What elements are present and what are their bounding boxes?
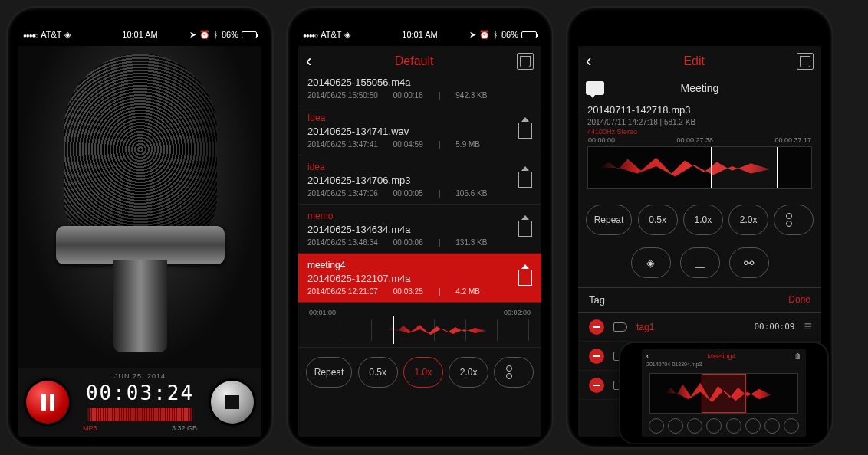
row-duration: 00:03:25 (393, 287, 423, 296)
detail-audiometa: 44100Hz Stereo (587, 128, 812, 136)
back-button[interactable]: ‹ (586, 51, 591, 71)
mini-control[interactable] (706, 418, 722, 434)
mini-selection[interactable] (702, 374, 746, 413)
scissors-icon (506, 365, 521, 379)
mini-control[interactable] (668, 418, 683, 434)
delete-tag-button[interactable] (589, 349, 604, 364)
group-label: Meeting (681, 82, 719, 94)
tag-row[interactable]: tag1 00:00:09 ≡ (578, 313, 821, 342)
waveform-selection[interactable] (711, 147, 778, 188)
wifi-icon: ◈ (344, 30, 350, 40)
phone-record-screen: AT&T ◈ 10:01 AM ➤ ⏰ ᚼ 86% JUN 25, 2014 (8, 8, 272, 447)
carrier-label: AT&T (41, 30, 61, 39)
scissors-icon (786, 213, 801, 227)
row-date: 2014/06/25 13:47:06 (307, 189, 378, 198)
record-date-label: JUN 25, 2014 (77, 372, 203, 380)
link-icon (744, 256, 754, 270)
mini-waveform[interactable] (649, 373, 798, 414)
wave-time-start: 00:00:00 (588, 136, 615, 144)
recording-row[interactable]: Idea 20140625-134741.wav 2014/06/25 13:4… (298, 106, 541, 155)
recording-row[interactable]: 20140625-155056.m4a 2014/06/25 15:50:50 … (298, 77, 541, 106)
back-button[interactable]: ‹ (306, 51, 311, 71)
battery-pct-label: 86% (501, 30, 518, 39)
share-button[interactable] (518, 221, 532, 237)
tag-icon (646, 257, 655, 269)
mini-control[interactable] (726, 418, 741, 434)
pause-button[interactable] (26, 381, 69, 424)
speed-2x-button[interactable]: 2.0x (449, 357, 488, 388)
mini-control[interactable] (784, 418, 799, 434)
row-date: 2014/06/25 15:50:50 (307, 91, 378, 100)
timeline-time-left: 00:01:00 (309, 309, 336, 316)
pause-icon (41, 394, 54, 411)
trash-button[interactable] (797, 53, 814, 70)
row-size: 5.9 MB (455, 140, 480, 149)
signal-icon (303, 30, 317, 39)
drag-handle[interactable]: ≡ (804, 319, 810, 335)
battery-icon (242, 31, 257, 38)
row-size: 942.3 KB (455, 91, 487, 100)
speed-1x-button[interactable]: 1.0x (403, 357, 443, 388)
tag-add-button[interactable] (631, 247, 671, 278)
speed-2x-button[interactable]: 2.0x (728, 205, 768, 235)
speed-0-5x-button[interactable]: 0.5x (358, 357, 398, 388)
trash-button[interactable] (517, 53, 534, 70)
trim-button[interactable] (494, 357, 534, 388)
message-button[interactable] (586, 81, 604, 95)
export-button[interactable] (680, 247, 720, 278)
speed-1x-button[interactable]: 1.0x (683, 205, 723, 235)
tag-section-title: Tag (589, 294, 605, 306)
repeat-button[interactable]: Repeat (306, 357, 353, 388)
signal-icon (23, 30, 38, 39)
share-icon (695, 257, 705, 268)
delete-tag-button[interactable] (589, 319, 604, 335)
trash-icon[interactable]: 🗑 (794, 352, 801, 360)
edit-title: Edit (683, 54, 705, 68)
row-title: memo (307, 211, 532, 221)
stop-icon (225, 395, 239, 409)
delete-tag-button[interactable] (589, 378, 604, 393)
stop-button[interactable] (211, 381, 254, 424)
row-file: 20140625-155056.m4a (307, 77, 532, 88)
trim-button[interactable] (774, 205, 814, 235)
row-size: 4.2 MB (455, 287, 480, 296)
status-bar (578, 28, 821, 41)
row-file: 20140625-134634.m4a (307, 224, 532, 235)
playhead[interactable] (393, 316, 394, 344)
mini-filename: 20140704-013304.mp3 (646, 360, 801, 368)
back-button[interactable]: ‹ (646, 352, 649, 360)
tag-time: 00:00:09 (755, 322, 795, 332)
microphone-visual (18, 46, 261, 368)
repeat-button[interactable]: Repeat (586, 205, 633, 235)
share-button[interactable] (518, 123, 532, 139)
mini-control[interactable] (745, 418, 761, 434)
share-button[interactable] (518, 172, 532, 188)
done-button[interactable]: Done (788, 294, 810, 306)
status-bar: AT&T ◈ 10:01 AM ➤ ⏰ ᚼ 86% (298, 28, 541, 41)
waveform-editor[interactable]: 00:00:00 00:00:27.38 00:00:37.17 (587, 146, 812, 189)
phone-list-screen: AT&T ◈ 10:01 AM ➤ ⏰ ᚼ 86% ‹ Default 2014… (288, 8, 552, 447)
clock-label: 10:01 AM (402, 30, 437, 39)
mini-control[interactable] (764, 418, 780, 434)
recording-row[interactable]: memo 20140625-134634.m4a 2014/06/25 13:4… (298, 205, 541, 254)
mini-title: Meeting4 (707, 352, 735, 360)
row-size: 106.6 KB (455, 189, 487, 198)
recording-row-selected[interactable]: meeting4 20140625-122107.m4a 2014/06/25 … (298, 254, 541, 303)
row-title: meeting4 (307, 260, 532, 270)
clock-label: 10:01 AM (122, 30, 157, 39)
recording-row[interactable]: idea 20140625-134706.mp3 2014/06/25 13:4… (298, 155, 541, 205)
link-button[interactable] (729, 247, 769, 278)
row-file: 20140625-122107.m4a (307, 273, 532, 284)
timeline[interactable]: 00:01:00 00:02:00 (298, 303, 541, 348)
waveform[interactable] (309, 319, 531, 341)
landscape-preview-phone: ‹ Meeting4 🗑 20140704-013304.mp3 (620, 343, 827, 443)
speed-0-5x-button[interactable]: 0.5x (638, 205, 678, 235)
row-file: 20140625-134706.mp3 (307, 175, 532, 186)
alarm-icon: ⏰ (479, 30, 490, 40)
carrier-label: AT&T (321, 30, 341, 39)
phone-edit-screen: ‹ Edit Meeting 20140711-142718.mp3 2014/… (567, 8, 832, 447)
alarm-icon: ⏰ (199, 30, 210, 40)
mini-control[interactable] (649, 418, 664, 434)
share-button[interactable] (518, 270, 532, 286)
mini-control[interactable] (687, 418, 702, 434)
